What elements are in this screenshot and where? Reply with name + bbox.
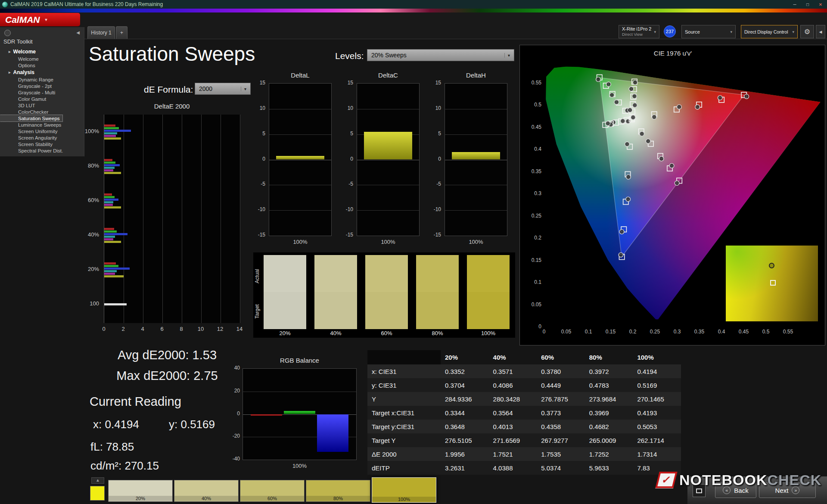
bar-blue [104, 268, 130, 270]
bar-cyan [104, 201, 113, 203]
gridline [357, 185, 419, 185]
target-swatch-40 [314, 292, 357, 329]
axis-tick-label: 4 [134, 326, 151, 332]
add-tab-button[interactable]: + [116, 26, 127, 39]
patch-button-40[interactable]: 40% [174, 480, 239, 502]
gridline [240, 115, 240, 323]
bar-green [284, 411, 315, 414]
panel-collapse-button[interactable]: ◀ [816, 25, 825, 38]
reading-fl: fL: 78.85 [90, 440, 134, 454]
cell-value: 0.3972 [585, 368, 633, 375]
bar-magenta [104, 135, 116, 137]
maximize-button[interactable]: □ [801, 0, 814, 9]
sidebar-nav-button[interactable] [4, 30, 11, 36]
axis-tick-label: 0.25 [647, 329, 664, 335]
row-label: Target x:CIE31 [367, 409, 441, 417]
axis-tick-label: 2 [115, 326, 132, 332]
sidebar-item-dynamic-range[interactable]: Dynamic Range [0, 76, 84, 83]
swatch-label: 100% [467, 330, 510, 336]
tree-expand-icon: ▸ [9, 50, 11, 54]
patch-button-80[interactable]: 80% [306, 480, 370, 502]
axis-tick-label: 5 [338, 131, 353, 137]
measured-marker [619, 252, 623, 257]
levels-select[interactable]: 20% Sweeps ▾ [367, 49, 514, 61]
axis-tick-label: 0.05 [558, 329, 575, 335]
bar-magenta [104, 273, 115, 275]
cell-value: 0.4449 [537, 382, 585, 389]
target-row-label: Target [254, 296, 260, 327]
sidebar-title: SDR Toolkit [3, 38, 33, 45]
axis-tick-label: 0 [522, 324, 541, 330]
expand-patches-button[interactable]: ▲ [91, 477, 104, 484]
cell-value: 0.4358 [537, 423, 585, 430]
axis-tick-label: 15 [338, 80, 353, 86]
patch-label: 40% [174, 496, 238, 501]
axis-tick-label: 0.3 [522, 190, 541, 196]
measured-marker [606, 82, 611, 87]
axis-tick-label: -5 [426, 181, 441, 187]
cell-value: 0.3704 [441, 382, 489, 389]
table-row-e-2000: ΔE 20001.99561.75211.75351.72521.7314 [367, 447, 681, 461]
bar-magenta [104, 169, 113, 171]
bar-red [104, 262, 116, 264]
calman-menu-button[interactable]: CalMAN ▾ [0, 13, 80, 26]
patch-button-20[interactable]: 20% [108, 480, 173, 502]
patch-button-60[interactable]: 60% [240, 480, 305, 502]
sidebar-item-color-gamut[interactable]: Color Gamut [0, 96, 84, 102]
display-control-label: Direct Display Control [744, 29, 788, 34]
cell-value: 267.9277 [537, 437, 585, 444]
measured-marker [677, 105, 681, 109]
minimize-button[interactable]: ─ [788, 0, 801, 9]
gridline [162, 115, 163, 323]
deltae-chart-title: DeltaE 2000 [104, 103, 240, 110]
sidebar-item-welcome[interactable]: Welcome [0, 56, 84, 62]
source-label: Source [685, 29, 700, 34]
tab-history-1[interactable]: History 1 [87, 26, 115, 39]
actual-swatch-80 [416, 255, 459, 292]
de-formula-select[interactable]: 2000 ▾ [195, 83, 251, 95]
axis-tick-label: 0.1 [580, 329, 597, 335]
axis-tick-label: 8 [173, 326, 190, 332]
levels-label: Levels: [335, 51, 364, 61]
settings-button[interactable]: ⚙ [800, 25, 814, 38]
gridline [269, 160, 331, 160]
cell-value: 1.9956 [441, 451, 489, 458]
meter-select[interactable]: X-Rite i1Pro 2 Direct View ▾ [619, 25, 659, 38]
axis-tick-label: 12 [211, 326, 229, 332]
close-button[interactable]: ✕ [814, 0, 827, 9]
bar-deltaC [364, 132, 412, 160]
sidebar-collapse-icon[interactable]: ◀ [76, 30, 80, 35]
cell-value: 284.9336 [441, 395, 489, 403]
sidebar-group-welcome[interactable]: ▸Welcome [0, 48, 84, 56]
axis-tick-label: 0.3 [668, 329, 686, 335]
measured-marker [626, 174, 631, 179]
axis-tick-label: -5 [250, 181, 265, 187]
sidebar-item-colorchecker[interactable]: ColorChecker [0, 109, 84, 115]
gridline [269, 185, 331, 185]
sidebar-group-analysis[interactable]: ▸Analysis [0, 68, 84, 76]
sidebar-item-grayscale-multi[interactable]: Grayscale - Multi [0, 89, 84, 96]
bar-green [104, 265, 118, 267]
axis-tick-label: -15 [250, 232, 265, 238]
current-patch-swatch [90, 486, 105, 501]
sidebar-item-grayscale-2pt[interactable]: Grayscale - 2pt [0, 83, 84, 89]
bar-cyan [104, 167, 115, 169]
axis-tick-label: 10 [250, 105, 265, 111]
meter-mode: Direct View [622, 32, 651, 37]
sidebar-item-saturation-sweeps[interactable]: Saturation Sweeps [0, 115, 62, 121]
source-select[interactable]: Source ▾ [681, 25, 736, 38]
sidebar-item-options[interactable]: Options [0, 62, 84, 68]
target-swatch-60 [365, 292, 408, 329]
axis-tick-label: 15 [426, 80, 441, 86]
cell-value: 0.4682 [585, 423, 633, 430]
axis-tick-label: 14 [231, 326, 248, 332]
sidebar-item-3d-lut[interactable]: 3D LUT [0, 102, 84, 109]
column-header-80: 80% [585, 354, 633, 361]
measured-marker [769, 263, 774, 268]
patch-button-100[interactable]: 100% [372, 477, 436, 503]
patch-label: 80% [306, 496, 370, 501]
table-row-x-cie31: x: CIE310.33520.35710.37800.39720.4194 [367, 364, 681, 378]
display-control-select[interactable]: Direct Display Control ▾ [741, 25, 798, 38]
axis-tick-label: 0.45 [522, 124, 541, 130]
rgb-balance-x-axis: 100% [243, 463, 357, 469]
